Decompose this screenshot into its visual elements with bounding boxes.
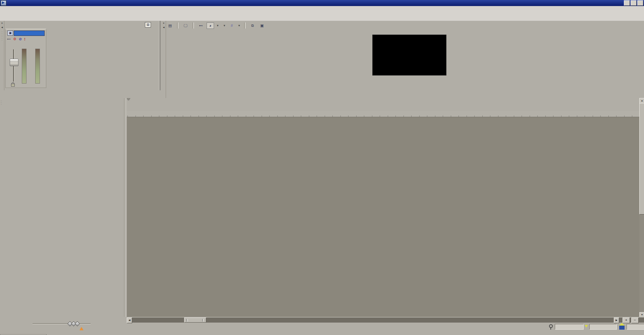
master-meter-scale	[26, 49, 35, 83]
selection-length-icon	[619, 326, 625, 330]
preview-menu-icon[interactable]: ▤	[166, 22, 174, 29]
selection-start-icon	[585, 325, 588, 328]
main-toolbar	[0, 13, 644, 21]
app-icon	[1, 0, 6, 6]
arrange-area: ··· ▲ ▼	[0, 98, 644, 317]
vertical-scrollbar[interactable]: ▲ ▼	[639, 98, 644, 317]
master-meter-left	[22, 49, 26, 84]
video-fx-icon[interactable]: ⊷	[197, 22, 205, 29]
track-header-panel: ···	[0, 98, 124, 317]
cursor-position-field[interactable]	[555, 324, 584, 330]
external-monitor-icon[interactable]: 🖵	[182, 22, 189, 29]
dock-grip[interactable]: ×◂	[162, 21, 166, 98]
zoom-in-time-icon[interactable]: +	[623, 318, 630, 323]
copy-snapshot-icon[interactable]: ⧉	[249, 22, 256, 29]
horizontal-scroll-thumb[interactable]	[184, 318, 206, 323]
pin-icon[interactable]: ◂	[0, 26, 4, 29]
timeline	[127, 98, 639, 317]
split-screen-icon[interactable]: ◕	[207, 22, 214, 29]
lock-fader-icon[interactable]	[11, 84, 15, 87]
master-fader[interactable]	[10, 59, 18, 66]
mute-icon[interactable]: ⊘	[19, 37, 22, 41]
video-preview-screen	[372, 35, 446, 76]
scroll-up-icon[interactable]: ▲	[639, 98, 644, 103]
bus-properties-icon[interactable]: ▣	[7, 31, 13, 36]
maximize-button[interactable]	[631, 0, 637, 6]
close-button[interactable]	[637, 0, 643, 6]
menu-bar	[0, 6, 644, 13]
close-icon[interactable]: ×	[162, 21, 166, 25]
master-name-field[interactable]	[14, 31, 45, 36]
time-ruler[interactable]	[127, 111, 639, 117]
save-snapshot-icon[interactable]: ▣	[258, 22, 266, 29]
selection-length-field[interactable]	[627, 324, 644, 330]
cursor-timecode-display[interactable]	[0, 98, 123, 115]
dim-output-icon[interactable]: !	[24, 37, 25, 41]
video-preview-panel: ×◂ ▤ 🖵 ⊷ ◕ ▼ ▼ # ▼ ⧉ ▣	[162, 21, 644, 98]
rate-slider[interactable]	[33, 323, 91, 324]
minimize-button[interactable]	[624, 0, 630, 6]
title-bar	[0, 0, 644, 6]
tracks-area	[127, 117, 639, 317]
bottom-bar: ◀ ▶ + −	[0, 317, 644, 335]
key-icon	[549, 324, 553, 328]
selection-end-field[interactable]	[589, 324, 617, 330]
scroll-right-icon[interactable]: ▶	[614, 318, 619, 323]
marker-bar[interactable]	[127, 98, 639, 111]
master-bus-panel: ×◂······ ▤ ▣ ⊷ ⚙ ⊘ !	[0, 21, 160, 98]
overlay-grid-caret[interactable]: ▼	[237, 22, 241, 29]
master-fx-icon[interactable]: ⚙	[13, 37, 16, 41]
overlay-grid-icon[interactable]: #	[228, 22, 235, 29]
close-icon[interactable]: ×	[0, 21, 4, 25]
master-channel-strip: ▣ ⊷ ⚙ ⊘ !	[5, 29, 46, 88]
master-icons: ⊷ ⚙ ⊘ !	[7, 37, 25, 41]
dock-tabs	[0, 90, 160, 98]
scroll-left-icon[interactable]: ◀	[127, 318, 132, 323]
view-menu-icon[interactable]: ▤	[145, 22, 151, 28]
insert-fx-icon[interactable]: ⊷	[7, 37, 11, 41]
warning-triangle-icon	[79, 327, 84, 330]
vegas-pro-window: ×◂······ ▤ ▣ ⊷ ⚙ ⊘ !	[0, 0, 644, 335]
dock-grip[interactable]: ×◂······	[0, 21, 4, 98]
split-screen-caret[interactable]: ▼	[216, 22, 219, 29]
preview-quality-select[interactable]: ▼	[221, 22, 226, 29]
dock-area: ×◂······ ▤ ▣ ⊷ ⚙ ⊘ !	[0, 21, 644, 99]
preview-toolbar: ▤ 🖵 ⊷ ◕ ▼ ▼ # ▼ ⧉ ▣	[166, 22, 266, 29]
master-meter-right	[35, 49, 40, 84]
horizontal-scrollbar[interactable]: ◀ ▶ + −	[127, 318, 644, 323]
playhead-handle[interactable]	[127, 98, 130, 100]
pin-icon[interactable]: ◂	[162, 26, 166, 29]
vertical-scroll-thumb[interactable]	[639, 103, 644, 214]
zoom-out-time-icon[interactable]: −	[631, 318, 639, 323]
